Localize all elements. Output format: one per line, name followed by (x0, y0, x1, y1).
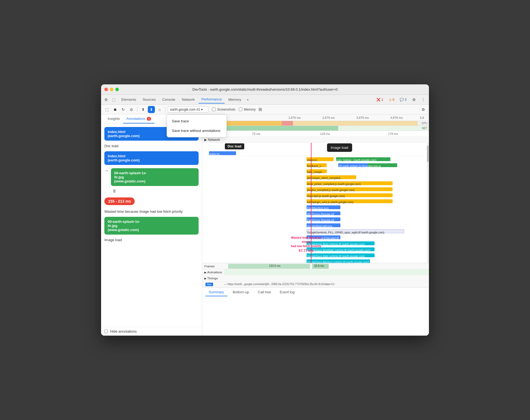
dropdown-menu: Save trace Save trace without annotation… (167, 114, 227, 137)
url-selector[interactable]: earth.google.com #1 ▾ (168, 107, 209, 113)
annotation-card-3-text: 00-earth-splash-1x-ltr.jpg(www.gstatic.c… (114, 171, 147, 183)
net-row: NET (202, 126, 429, 131)
tab-console[interactable]: Console (160, 96, 178, 103)
row-clearcut: clearcut... logo_lookup...(earth.google.… (202, 156, 429, 162)
hide-annotations-checkbox[interactable] (104, 330, 108, 333)
doc-load-label: Doc load (104, 144, 199, 148)
tab-memory[interactable]: Memory (226, 96, 244, 103)
tab-right-icons: ❌ 1 ⚠ 8 💬 3 ⚙ ⋮ (375, 96, 427, 103)
bar-gsymbols: GoogleSymbols_FILL_GRAD_opsz_wght.ttf (e… (307, 229, 404, 233)
cpu-row: CPU (202, 121, 429, 126)
delete-annotation-btn[interactable]: 🗑 (111, 188, 117, 194)
save-trace-item[interactable]: Save trace (167, 116, 226, 126)
row-fontmanifest: FontManifest.json (earth.goo... (202, 205, 429, 210)
bottom-tab-calltree[interactable]: Call tree (255, 288, 274, 296)
image-load-section: Image load (104, 238, 199, 242)
memory-checkbox[interactable] (239, 108, 242, 111)
annotation-card-4: 00-earth-splash-1x-ltr.jpg(www.gstatic.c… (104, 217, 199, 235)
timeline-area[interactable]: ▶ Network Doc load Image load index.ht..… (202, 137, 429, 336)
maximize-button[interactable] (115, 88, 119, 91)
upload-btn[interactable]: ⬆ (140, 106, 147, 113)
local-ruler: 79 ms 129 ms 179 ms (202, 131, 429, 137)
bar-lazy: lazy.min.js (www.gstatic.com) (368, 163, 397, 167)
bar-gsmedium: GoogleSans-Medium.nohints.ttf (earth.goo… (307, 259, 370, 263)
timings-label: ▶ Timings (202, 277, 224, 280)
timeline-ruler: 1,879 ms 2,879 ms 3,879 ms 4,879 ms 5,8 (202, 114, 429, 121)
tab-sources[interactable]: Sources (140, 96, 158, 103)
bar-earthicons: EarthIcons-Regular.otf (earth... (307, 217, 341, 221)
screenshots-checkbox[interactable] (212, 108, 216, 111)
bottom-tab-summary[interactable]: Summary (205, 288, 227, 296)
bottom-tabs: Summary Bottom-up Call tree Event log (202, 287, 429, 297)
toolbar: ⬚ ⏺ ↻ ⊘ ⬆ ⬇ Save trace Save trace withou… (101, 105, 429, 114)
tab-insights[interactable]: Insights (104, 114, 123, 123)
left-content: index.html(earth.google.com) Doc load in… (101, 124, 202, 327)
tab-more[interactable]: » (245, 96, 250, 103)
chevron-down-icon: ▾ (201, 108, 203, 111)
bar-gsitalic: GoogleSans-Italic.nohints.ttf (earth.goo… (307, 253, 375, 257)
refresh-btn[interactable]: ↻ (120, 106, 127, 113)
hide-annotations-label: Hide annotations (110, 329, 137, 333)
local-mark-79: 79 ms (252, 132, 260, 135)
annotation-card-3: 00-earth-splash-1x-ltr.jpg(www.gstatic.c… (111, 168, 199, 186)
home-btn[interactable]: ⌂ (156, 106, 163, 113)
cpu-bar-2 (282, 121, 293, 126)
tab-performance[interactable]: Performance (199, 96, 224, 103)
ruler-mark-5: 5,8 (420, 116, 424, 119)
tab-annotations[interactable]: Annotations 1 (123, 114, 154, 123)
network-header: ▶ Network (202, 137, 429, 143)
row-gsitalic: GoogleSans-Italic.nohints.ttf (earth.goo… (202, 253, 429, 258)
row-phenotype: phenotype_client_compiled... (202, 174, 429, 180)
bar-hats-label: hats_compil... (307, 171, 324, 174)
tab-bar: ⚙ ⬚ Elements Sources Console Network Per… (101, 95, 429, 105)
net-label: NET (422, 127, 427, 130)
settings-icon[interactable]: ⚙ (410, 96, 417, 103)
record-btn[interactable]: ⏺ (111, 106, 119, 113)
doc-load-tooltip: Doc load (225, 143, 244, 149)
bar-phenotype-label: phenotype_client_compiled... (307, 177, 343, 180)
bar-main-dart: main.dart.js (earth.google.com) (307, 193, 393, 197)
bar-drive: drive_picker_compiled.js (earth.google.c… (307, 181, 393, 185)
screenshots-label: Screenshots (217, 108, 235, 111)
ruler-mark-2879: 2,879 ms (322, 116, 335, 119)
bar-fontmanifest: FontManifest.json (earth.goo... (307, 205, 341, 209)
tab-network[interactable]: Network (179, 96, 198, 103)
bar-gsmedium-label: GoogleSans-Medium.nohints.ttf (earth.goo… (307, 261, 369, 263)
wasted-time-label: Wasted time because image had low fetch … (288, 236, 324, 253)
bar-drive-label: drive_picker_compiled.js (earth.google.c… (307, 183, 361, 186)
scrollbar-thumb[interactable] (427, 146, 429, 162)
bottom-tab-eventlog[interactable]: Event log (276, 288, 298, 296)
title-bar: DevTools - earth.google.com/static/multi… (101, 84, 429, 95)
ruler-mark-1879: 1,879 ms (288, 116, 301, 119)
tab-elements[interactable]: Elements (119, 96, 139, 103)
row-animations: ▶ Animations (202, 269, 429, 275)
row-nav: Nav — https://earth...google.com/web/@0.… (202, 281, 429, 287)
time-badge: 155 - 213 ms (104, 197, 135, 205)
more-options-icon[interactable]: ⋮ (420, 96, 427, 103)
row-earthplugin: earthplugin_web.js (earth.google.com) (202, 199, 429, 204)
error-badge-yellow: ⚠ 8 (387, 97, 396, 102)
row-feedback: feedback_c... 00-earth-splash-1x-ltr.jpg… (202, 162, 429, 168)
scrollbar[interactable] (427, 143, 429, 263)
clear-btn[interactable]: ⊘ (128, 106, 135, 113)
frames-bar-area: 133.5 ms 16.6 ms (224, 263, 429, 269)
toggle-sidebar-btn[interactable]: ⬚ (103, 106, 110, 113)
memory-icon: ⊞ (258, 107, 262, 112)
error-badge-blue: 💬 3 (398, 97, 408, 102)
bar-index-html-label: index.ht... (209, 153, 221, 156)
download-btn[interactable]: ⬇ (148, 106, 155, 113)
bottom-tab-bottomup[interactable]: Bottom-up (229, 288, 252, 296)
inspect-icon[interactable]: ⬚ (111, 97, 116, 102)
bar-plugins-label: plugins_compiled.js (earth.google.com) (307, 189, 355, 192)
ruler-mark-4879: 4,879 ms (390, 116, 403, 119)
ruler-mark-3879: 3,879 ms (356, 116, 369, 119)
settings-toolbar-btn[interactable]: ⚙ (420, 106, 427, 113)
local-mark-129: 129 ms (320, 132, 330, 135)
bar-gsitalic-label: GoogleSans-Italic.nohints.ttf (earth.goo… (307, 255, 365, 258)
minimize-button[interactable] (110, 88, 113, 91)
close-button[interactable] (104, 88, 108, 91)
bar-clearcut: clearcut... (307, 157, 334, 161)
frames-val-2: 16.6 ms (314, 264, 324, 267)
save-trace-no-annotations-item[interactable]: Save trace without annotations (167, 126, 226, 135)
wasted-text: Wasted time because image had low fetch … (104, 209, 199, 214)
